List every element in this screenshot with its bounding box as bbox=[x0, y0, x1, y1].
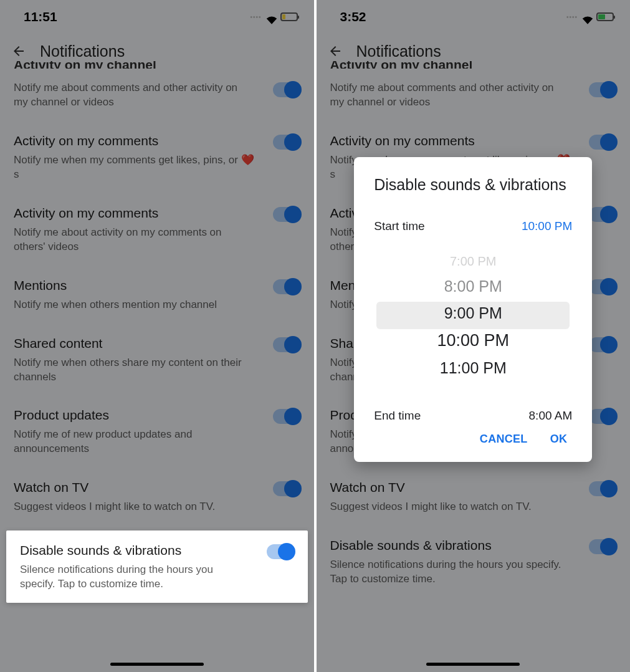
home-indicator[interactable] bbox=[110, 663, 204, 666]
row-subtitle: Silence notifications during the hours y… bbox=[20, 563, 250, 592]
status-time: 11:51 bbox=[24, 9, 57, 24]
toggle-switch[interactable] bbox=[273, 207, 300, 222]
toggle-knob bbox=[284, 133, 302, 151]
toggle-switch[interactable] bbox=[267, 544, 294, 559]
phone-right: 3:52 •••• Notifications Activity on my c… bbox=[317, 0, 631, 672]
row-title: Activity on my comments bbox=[14, 206, 300, 221]
toggle-switch[interactable] bbox=[273, 481, 300, 496]
settings-row[interactable]: Shared contentNotify me when others shar… bbox=[0, 324, 314, 396]
row-subtitle: Notify me when others mention my channel bbox=[14, 298, 254, 312]
picker-option[interactable]: 10:00 PM bbox=[437, 327, 509, 355]
phone-left: 11:51 •••• Notifications Activity on my … bbox=[0, 0, 317, 672]
toggle-switch[interactable] bbox=[273, 409, 300, 424]
picker-option[interactable]: 7:00 PM bbox=[450, 250, 496, 273]
end-time-row[interactable]: End time 8:00 AM bbox=[374, 409, 572, 423]
toggle-knob bbox=[284, 408, 302, 425]
toggle-knob bbox=[284, 336, 302, 353]
time-picker[interactable]: 7:00 PM8:00 PM9:00 PM10:00 PM11:00 PM bbox=[368, 247, 578, 384]
row-title: Shared content bbox=[14, 336, 300, 351]
settings-row[interactable]: MentionsNotify me when others mention my… bbox=[0, 266, 314, 324]
toggle-switch[interactable] bbox=[273, 337, 300, 352]
end-time-label: End time bbox=[374, 409, 421, 423]
toggle-switch[interactable] bbox=[273, 82, 300, 97]
status-bar: 11:51 •••• bbox=[0, 0, 314, 34]
signal-icon: •••• bbox=[250, 14, 261, 21]
settings-row[interactable]: Activity on my commentsNotify me when my… bbox=[0, 121, 314, 193]
toggle-knob bbox=[284, 278, 302, 295]
toggle-knob bbox=[284, 81, 302, 98]
time-dialog: Disable sounds & vibrations Start time 1… bbox=[354, 157, 592, 462]
picker-option[interactable]: 11:00 PM bbox=[440, 355, 507, 382]
toggle-switch[interactable] bbox=[273, 135, 300, 150]
settings-row[interactable]: Activity on my channelNotify me about co… bbox=[0, 69, 314, 121]
start-time-label: Start time bbox=[374, 219, 424, 233]
settings-row[interactable]: Disable sounds & vibrationsSilence notif… bbox=[6, 530, 308, 603]
row-subtitle: Notify me about comments and other activ… bbox=[14, 81, 254, 110]
row-title: Disable sounds & vibrations bbox=[20, 543, 294, 558]
toggle-knob bbox=[284, 480, 302, 497]
cancel-button[interactable]: CANCEL bbox=[480, 433, 528, 446]
row-title: Product updates bbox=[14, 408, 300, 423]
row-subtitle: Notify me of new product updates and ann… bbox=[14, 428, 254, 456]
row-subtitle: Suggest videos I might like to watch on … bbox=[14, 500, 254, 514]
settings-row[interactable]: Product updatesNotify me of new product … bbox=[0, 395, 314, 468]
wifi-icon bbox=[266, 12, 277, 21]
toggle-switch[interactable] bbox=[273, 279, 300, 294]
settings-list: Activity on my channelNotify me about co… bbox=[0, 69, 314, 640]
row-title: Watch on TV bbox=[14, 480, 300, 495]
start-time-value: 10:00 PM bbox=[522, 219, 572, 233]
row-title: Activity on my channel bbox=[14, 61, 300, 69]
picker-option[interactable]: 9:00 PM bbox=[444, 300, 502, 327]
row-subtitle: Notify me when others share my content o… bbox=[14, 356, 254, 385]
start-time-row[interactable]: Start time 10:00 PM bbox=[374, 219, 572, 233]
ok-button[interactable]: OK bbox=[550, 433, 568, 446]
row-title: Mentions bbox=[14, 278, 300, 293]
toggle-knob bbox=[278, 543, 295, 560]
page-title: Notifications bbox=[40, 42, 125, 60]
toggle-knob bbox=[284, 206, 302, 223]
dialog-actions: CANCEL OK bbox=[374, 425, 572, 452]
settings-row[interactable]: Watch on TVSuggest videos I might like t… bbox=[0, 468, 314, 526]
battery-icon bbox=[280, 12, 298, 21]
row-subtitle: Notify me about activity on my comments … bbox=[14, 226, 254, 254]
picker-option[interactable]: 8:00 PM bbox=[444, 273, 502, 300]
status-right: •••• bbox=[250, 12, 297, 21]
row-subtitle: Notify me when my comments get likes, pi… bbox=[14, 153, 254, 182]
settings-row[interactable]: Activity on my commentsNotify me about a… bbox=[0, 193, 314, 266]
end-time-value: 8:00 AM bbox=[529, 409, 573, 423]
dialog-title: Disable sounds & vibrations bbox=[374, 175, 572, 194]
back-icon[interactable] bbox=[11, 44, 26, 59]
row-title: Activity on my comments bbox=[14, 133, 300, 148]
